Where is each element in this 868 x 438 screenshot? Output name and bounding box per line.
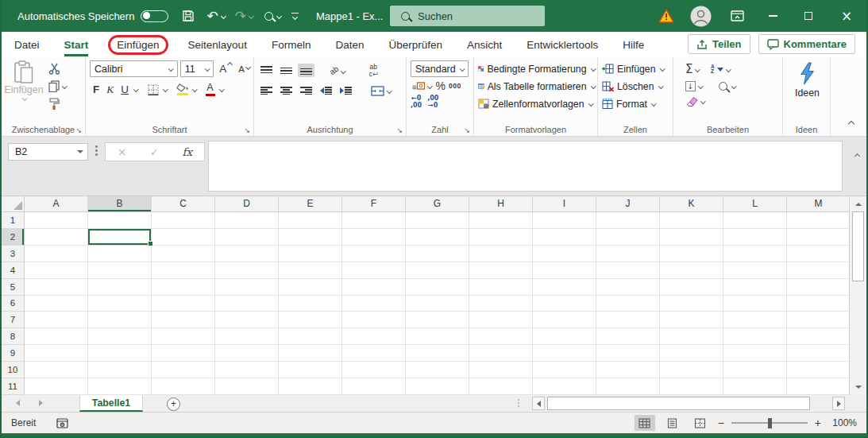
cell-E6[interactable] — [279, 296, 342, 312]
cell-L2[interactable] — [723, 229, 787, 246]
next-sheet-button[interactable] — [39, 400, 43, 406]
increase-indent-button[interactable] — [338, 84, 354, 97]
cell-L9[interactable] — [723, 345, 787, 362]
delete-cells-button[interactable]: Löschen — [602, 78, 670, 95]
column-header-G[interactable]: G — [406, 196, 469, 212]
comments-button[interactable]: Kommentare — [758, 34, 855, 54]
cell-K3[interactable] — [660, 246, 723, 262]
cell-styles-button[interactable]: Zellenformatvorlagen — [478, 95, 595, 112]
cell-M11[interactable] — [787, 378, 849, 395]
cell-J1[interactable] — [596, 212, 660, 229]
page-break-view-button[interactable] — [690, 415, 711, 431]
enter-button[interactable]: ✓ — [150, 146, 159, 158]
column-header-B[interactable]: B — [88, 196, 152, 212]
format-as-table-button[interactable]: Als Tabelle formatieren — [478, 78, 595, 95]
cell-A11[interactable] — [25, 378, 88, 395]
cancel-button[interactable]: × — [118, 145, 127, 158]
row-header-2[interactable]: 2 — [2, 229, 25, 246]
cell-G1[interactable] — [406, 212, 469, 229]
cell-L11[interactable] — [723, 378, 787, 395]
align-center-button[interactable] — [278, 84, 295, 97]
cell-J6[interactable] — [596, 296, 660, 312]
cell-G4[interactable] — [406, 262, 469, 279]
ribbon-display-options-button[interactable] — [719, 0, 755, 32]
cell-G9[interactable] — [406, 345, 469, 362]
column-header-K[interactable]: K — [660, 196, 723, 212]
row-header-10[interactable]: 10 — [2, 362, 25, 378]
find-select-button[interactable] — [716, 80, 739, 92]
bold-button[interactable]: F — [90, 83, 102, 96]
cell-A6[interactable] — [25, 296, 88, 312]
row-header-6[interactable]: 6 — [2, 296, 25, 312]
cell-A7[interactable] — [25, 312, 88, 328]
cell-C5[interactable] — [152, 279, 215, 296]
format-cells-button[interactable]: Format — [602, 95, 670, 112]
cell-B11[interactable] — [88, 378, 152, 395]
orientation-button[interactable]: ab — [327, 64, 348, 76]
cell-C9[interactable] — [152, 345, 215, 362]
cell-F7[interactable] — [342, 312, 406, 328]
cell-D8[interactable] — [215, 328, 279, 345]
tab-formeln[interactable]: Formeln — [272, 39, 311, 51]
cell-I8[interactable] — [533, 328, 596, 345]
cell-K9[interactable] — [660, 345, 723, 362]
cell-H3[interactable] — [469, 246, 533, 262]
shrink-font-button[interactable]: A — [235, 64, 251, 75]
cell-H10[interactable] — [469, 362, 533, 378]
cell-J10[interactable] — [596, 362, 660, 378]
underline-dropdown-chevron-icon[interactable] — [133, 87, 138, 91]
cell-E9[interactable] — [279, 345, 342, 362]
vertical-scrollbar[interactable] — [849, 196, 866, 395]
tab-start[interactable]: Start — [64, 39, 89, 51]
cell-I4[interactable] — [533, 262, 596, 279]
cell-A5[interactable] — [25, 279, 88, 296]
column-header-J[interactable]: J — [596, 196, 660, 212]
row-header-3[interactable]: 3 — [2, 246, 25, 262]
cell-K1[interactable] — [660, 212, 723, 229]
cell-I6[interactable] — [533, 296, 596, 312]
cell-M8[interactable] — [787, 328, 849, 345]
share-button[interactable]: Teilen — [688, 34, 750, 54]
cell-G5[interactable] — [406, 279, 469, 296]
cell-I2[interactable] — [533, 229, 596, 246]
cell-F4[interactable] — [342, 262, 406, 279]
cell-M1[interactable] — [787, 212, 849, 229]
cell-D4[interactable] — [215, 262, 279, 279]
tab-seitenlayout[interactable]: Seitenlayout — [188, 39, 247, 51]
cell-H11[interactable] — [469, 378, 533, 395]
paste-button[interactable]: Einfügen — [6, 60, 42, 111]
align-bottom-button[interactable] — [298, 64, 314, 77]
cell-L3[interactable] — [723, 246, 787, 262]
clear-button[interactable] — [683, 95, 708, 108]
horizontal-scroll-thumb[interactable] — [547, 397, 810, 410]
cell-E5[interactable] — [279, 279, 342, 296]
cell-G7[interactable] — [406, 312, 469, 328]
tab-hilfe[interactable]: Hilfe — [623, 39, 644, 51]
cell-C3[interactable] — [152, 246, 215, 262]
cell-E4[interactable] — [279, 262, 342, 279]
cell-F8[interactable] — [342, 328, 406, 345]
comma-style-button[interactable]: 000 — [449, 82, 461, 90]
insert-cells-button[interactable]: Einfügen — [602, 60, 670, 77]
borders-dropdown-chevron-icon[interactable] — [163, 87, 168, 91]
cell-J4[interactable] — [596, 262, 660, 279]
font-size-combo[interactable]: 11 — [180, 60, 214, 77]
cell-E11[interactable] — [279, 378, 342, 395]
cell-H1[interactable] — [469, 212, 533, 229]
search-box[interactable]: Suchen — [390, 6, 545, 26]
cell-G10[interactable] — [406, 362, 469, 378]
cell-K4[interactable] — [660, 262, 723, 279]
cell-A9[interactable] — [25, 345, 88, 362]
cell-B7[interactable] — [88, 312, 152, 328]
cell-C7[interactable] — [152, 312, 215, 328]
format-painter-button[interactable] — [46, 96, 69, 111]
quick-search-button[interactable] — [264, 12, 281, 21]
customize-toolbar-button[interactable] — [291, 13, 299, 20]
cell-M4[interactable] — [787, 262, 849, 279]
cell-K7[interactable] — [660, 312, 723, 328]
cell-I11[interactable] — [533, 378, 596, 395]
cell-B5[interactable] — [88, 279, 152, 296]
cell-K10[interactable] — [660, 362, 723, 378]
cell-D11[interactable] — [215, 378, 279, 395]
clipboard-dialog-launcher[interactable]: ↘ — [75, 126, 82, 134]
